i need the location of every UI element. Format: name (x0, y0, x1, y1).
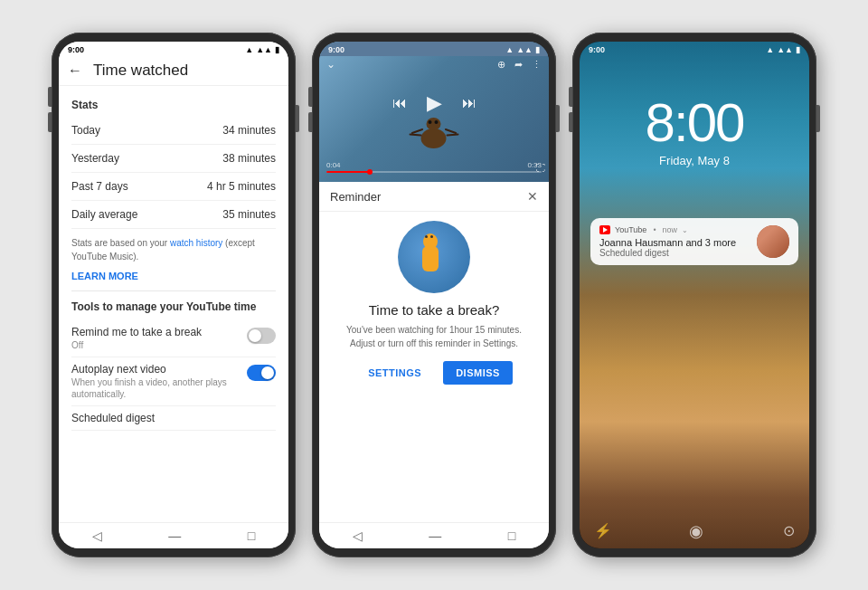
setting-digest: Scheduled digest (71, 406, 276, 431)
digest-label: Scheduled digest (71, 412, 276, 424)
nav-bar-2: ◁ — □ (319, 522, 549, 548)
reminder-body: You've been watching for 1hour 15 minute… (334, 323, 534, 350)
divider-1 (71, 290, 276, 291)
fullscreen-icon[interactable]: ⛶ (536, 163, 545, 173)
progress-track[interactable] (326, 171, 542, 173)
learn-more-link[interactable]: LEARN MORE (71, 271, 276, 281)
phone-3: 9:00 ▲ ▲▲ ▮ 8:00 Friday, May 8 (572, 33, 816, 557)
settings-button[interactable]: SETTINGS (355, 361, 434, 385)
nav-recent-icon-2[interactable]: □ (508, 528, 515, 543)
spider-leg-4 (446, 133, 458, 136)
lock-bottom-bar: ⚡ ◉ ⊙ (580, 521, 809, 539)
remind-sub: Off (71, 339, 240, 351)
reminder-heading: Time to take a break? (369, 302, 500, 318)
lock-date: Friday, May 8 (580, 154, 809, 167)
skip-next-button[interactable]: ⏭ (462, 95, 476, 111)
nav-back-icon[interactable]: ◁ (92, 528, 102, 543)
more-icon[interactable]: ⋮ (532, 59, 542, 71)
lock-status-time: 9:00 (589, 45, 605, 54)
notif-dot: • (653, 225, 656, 234)
fingerprint-icon[interactable]: ◉ (689, 521, 707, 539)
flashlight-icon[interactable]: ⚡ (594, 522, 612, 539)
tools-header: Tools to manage your YouTube time (71, 300, 276, 313)
yt-play-icon (603, 227, 608, 233)
video-action-icons: ⊕ ➦ ⋮ (497, 59, 542, 71)
stat-label-today: Today (71, 124, 100, 137)
notif-expand-icon[interactable]: ⌄ (682, 226, 688, 234)
nav-back-icon-2[interactable]: ◁ (353, 528, 363, 543)
notif-title: Joanna Hausmann and 3 more (599, 237, 750, 248)
video-player[interactable]: ⌄ ⊕ ➦ ⋮ ⏮ ▶ ⏭ 0:04 0: (319, 42, 549, 182)
current-time: 0:04 (326, 161, 341, 169)
stat-value-today: 34 minutes (222, 124, 276, 137)
notif-time: now (663, 225, 678, 234)
back-button[interactable]: ← (68, 62, 82, 79)
spider-leg-2 (409, 133, 421, 136)
page-title: Time watched (93, 62, 188, 80)
remind-label: Remind me to take a break (71, 326, 240, 338)
dismiss-button[interactable]: DISMISS (443, 361, 513, 385)
nav-recent-icon[interactable]: □ (248, 528, 255, 543)
stat-value-daily: 35 minutes (222, 208, 276, 221)
status-bar-2: 9:00 ▲ ▲▲ ▮ (319, 42, 549, 56)
spider-eye-right (435, 120, 439, 124)
lock-status-bar: 9:00 ▲ ▲▲ ▮ (580, 42, 809, 58)
share-icon[interactable]: ➦ (514, 59, 523, 71)
phone-1: 9:00 ▲ ▲▲ ▮ ← Time watched Stats Today (52, 33, 296, 557)
reminder-illustration (398, 221, 470, 293)
notif-thumbnail (757, 225, 789, 258)
stat-value-yesterday: 38 minutes (222, 152, 276, 165)
video-thumbnail-spider (410, 114, 459, 159)
status-time-2: 9:00 (328, 45, 344, 54)
notification-card[interactable]: YouTube • now ⌄ Joanna Hausmann and 3 mo… (590, 218, 798, 265)
reminder-dialog: Reminder ✕ (319, 182, 549, 548)
stat-label-7days: Past 7 days (71, 180, 128, 193)
stat-row-daily: Daily average 35 minutes (71, 201, 276, 229)
stat-row-7days: Past 7 days 4 hr 5 minutes (71, 173, 276, 201)
progress-timestamps: 0:04 0:33 (326, 161, 542, 169)
dialog-body: Time to take a break? You've been watchi… (319, 212, 549, 522)
phone3-screen: 9:00 ▲ ▲▲ ▮ 8:00 Friday, May 8 (580, 42, 809, 548)
notif-app-name: YouTube (615, 225, 646, 234)
stat-row-today: Today 34 minutes (71, 117, 276, 145)
nav-home-icon[interactable]: — (168, 528, 181, 543)
toolbar-1: ← Time watched (59, 56, 288, 86)
autoplay-sub: When you finish a video, another plays a… (71, 376, 240, 400)
wifi-icon-1: ▲ (245, 45, 253, 54)
spider-eye-left (429, 120, 432, 124)
signal-icons-1: ▲ ▲▲ ▮ (245, 45, 279, 54)
battery-icon-2: ▮ (535, 45, 540, 54)
stat-label-daily: Daily average (71, 208, 137, 221)
stats-note: Stats are based on your watch history (e… (71, 236, 276, 263)
progress-bar-area: 0:04 0:33 (326, 161, 542, 173)
chevron-down-icon[interactable]: ⌄ (326, 58, 335, 71)
close-button[interactable]: ✕ (527, 189, 538, 204)
play-button[interactable]: ▶ (427, 91, 442, 115)
time-watched-content: Stats Today 34 minutes Yesterday 38 minu… (59, 86, 288, 522)
status-time-1: 9:00 (68, 45, 84, 54)
watch-history-link[interactable]: watch history (170, 238, 222, 248)
dialog-header: Reminder ✕ (319, 182, 549, 212)
battery-icon-1: ▮ (275, 45, 279, 54)
dialog-buttons: SETTINGS DISMISS (355, 361, 513, 385)
note-prefix: Stats are based on your (71, 238, 170, 248)
autoplay-toggle[interactable] (247, 365, 276, 381)
setting-remind: Remind me to take a break Off (71, 320, 276, 357)
remind-toggle[interactable] (247, 328, 276, 344)
nav-bar-1: ◁ — □ (59, 522, 288, 548)
stats-header: Stats (71, 99, 276, 111)
lock-wifi-icon: ▲ (766, 45, 774, 54)
autoplay-label: Autoplay next video (71, 363, 240, 376)
lock-battery-icon: ▮ (796, 45, 800, 54)
notif-thumb-image (757, 225, 789, 258)
add-queue-icon[interactable]: ⊕ (497, 59, 505, 71)
nav-home-icon-2[interactable]: — (429, 528, 441, 543)
notif-subtitle: Scheduled digest (599, 248, 750, 258)
spider-eyes (429, 120, 439, 124)
stat-row-yesterday: Yesterday 38 minutes (71, 145, 276, 173)
lock-signal-icon: ▲▲ (777, 45, 793, 54)
signal-icon-1: ▲▲ (256, 45, 272, 54)
skip-prev-button[interactable]: ⏮ (392, 95, 407, 111)
camera-lock-icon[interactable]: ⊙ (783, 522, 795, 539)
signal-icon-2: ▲▲ (516, 45, 533, 54)
